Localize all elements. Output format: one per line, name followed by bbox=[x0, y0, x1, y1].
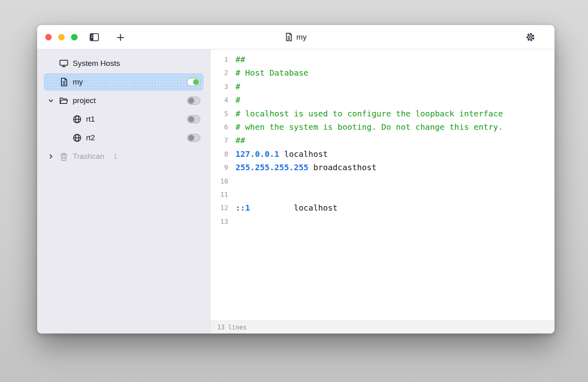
toggle-sidebar-button[interactable] bbox=[88, 32, 101, 43]
line-text[interactable]: 255.255.255.255 broadcasthost bbox=[235, 161, 376, 174]
token-comment: # when the system is booting. Do not cha… bbox=[235, 122, 503, 132]
line-count: 13 lines bbox=[217, 324, 246, 331]
settings-button[interactable] bbox=[524, 31, 537, 43]
sidebar: System Hostsmyprojectrt1rt2Trashcan1 bbox=[37, 49, 210, 333]
document-icon bbox=[59, 78, 68, 87]
line-text[interactable]: ## bbox=[235, 134, 245, 147]
editor-line: 4# bbox=[210, 93, 554, 107]
token-ip: 127.0.0.1 bbox=[235, 149, 279, 159]
line-text[interactable]: # bbox=[235, 93, 240, 107]
chevron-down-icon[interactable] bbox=[47, 98, 55, 103]
sidebar-item-system-hosts[interactable]: System Hosts bbox=[44, 55, 204, 72]
traffic-lights bbox=[45, 34, 78, 40]
line-number: 13 bbox=[210, 215, 228, 228]
titlebar[interactable]: + my bbox=[37, 25, 554, 49]
line-number: 5 bbox=[210, 107, 228, 120]
line-text[interactable]: 127.0.0.1 localhost bbox=[235, 148, 328, 161]
monitor-icon bbox=[59, 59, 68, 68]
editor-line: 2# Host Database bbox=[210, 66, 554, 80]
line-number: 12 bbox=[210, 201, 228, 215]
editor-line: 13 bbox=[210, 215, 554, 228]
line-number: 3 bbox=[210, 80, 228, 93]
editor-line: 3# bbox=[210, 80, 554, 93]
editor-line: 6# when the system is booting. Do not ch… bbox=[210, 120, 554, 134]
line-number: 7 bbox=[210, 134, 228, 147]
line-number: 2 bbox=[210, 66, 228, 80]
token-plain: broadcasthost bbox=[309, 163, 377, 172]
line-number: 6 bbox=[210, 120, 228, 134]
sidebar-panel-icon bbox=[90, 33, 99, 41]
line-number: 4 bbox=[210, 93, 228, 107]
sidebar-item-label: rt2 bbox=[86, 133, 95, 142]
add-hosts-button[interactable]: + bbox=[114, 30, 127, 44]
token-comment: ## bbox=[235, 135, 245, 145]
trash-icon bbox=[59, 152, 68, 161]
token-plain: localhost bbox=[250, 203, 338, 213]
line-number: 8 bbox=[210, 148, 228, 161]
editor-line: 9255.255.255.255 broadcasthost bbox=[210, 161, 554, 174]
chevron-right-icon[interactable] bbox=[47, 154, 55, 159]
sidebar-item-my[interactable]: my bbox=[44, 73, 204, 91]
token-plain: localhost bbox=[279, 149, 328, 159]
editor-line: 10 bbox=[210, 175, 554, 188]
line-text[interactable]: ::1 localhost bbox=[235, 201, 338, 215]
sidebar-item-label: my bbox=[73, 78, 83, 87]
toggle-switch-project[interactable] bbox=[187, 97, 200, 105]
toggle-knob bbox=[188, 116, 194, 122]
line-text[interactable]: # Host Database bbox=[235, 66, 309, 80]
sidebar-item-label: rt1 bbox=[86, 115, 95, 124]
sidebar-item-label: System Hosts bbox=[73, 59, 120, 68]
sidebar-item-trashcan[interactable]: Trashcan1 bbox=[44, 148, 204, 165]
toggle-switch-rt2[interactable] bbox=[187, 134, 200, 142]
editor-line: 11 bbox=[210, 188, 554, 201]
window-title: my bbox=[285, 33, 307, 42]
editor-line: 8127.0.0.1 localhost bbox=[210, 148, 554, 161]
close-button[interactable] bbox=[45, 34, 52, 40]
sidebar-item-project[interactable]: project bbox=[44, 92, 204, 110]
minimize-button[interactable] bbox=[58, 34, 65, 40]
token-comment: # Host Database bbox=[235, 68, 309, 78]
toggle-switch-rt1[interactable] bbox=[187, 115, 200, 123]
sidebar-item-rt1[interactable]: rt1 bbox=[44, 110, 204, 128]
item-count-badge: 1 bbox=[113, 152, 118, 161]
editor-line: 7## bbox=[210, 134, 554, 147]
app-window: + my bbox=[37, 25, 554, 333]
zoom-button[interactable] bbox=[71, 34, 78, 40]
sidebar-item-label: project bbox=[73, 96, 96, 105]
token-comment: # localhost is used to configure the loo… bbox=[235, 109, 503, 118]
document-icon bbox=[285, 33, 292, 41]
globe-icon bbox=[73, 115, 82, 124]
gear-icon bbox=[526, 32, 535, 42]
line-text[interactable]: # when the system is booting. Do not cha… bbox=[235, 120, 503, 134]
toggle-switch-my[interactable] bbox=[187, 78, 200, 86]
line-number: 9 bbox=[210, 161, 228, 174]
line-number: 10 bbox=[210, 175, 228, 188]
toggle-knob bbox=[188, 98, 194, 104]
editor-line: 1## bbox=[210, 53, 554, 66]
globe-icon bbox=[73, 133, 82, 142]
folder-open-icon bbox=[59, 97, 68, 105]
editor-line: 5# localhost is used to configure the lo… bbox=[210, 107, 554, 120]
toggle-knob bbox=[193, 79, 199, 85]
sidebar-item-rt2[interactable]: rt2 bbox=[44, 129, 204, 147]
token-comment: ## bbox=[235, 55, 245, 64]
code-area[interactable]: 1##2# Host Database3#4#5# localhost is u… bbox=[210, 49, 554, 321]
editor-line: 12::1 localhost bbox=[210, 201, 554, 215]
line-number: 1 bbox=[210, 53, 228, 66]
sidebar-list: System Hostsmyprojectrt1rt2Trashcan1 bbox=[37, 55, 210, 165]
token-comment: # bbox=[235, 82, 240, 91]
line-text[interactable]: # localhost is used to configure the loo… bbox=[235, 107, 503, 120]
line-text[interactable]: # bbox=[235, 80, 240, 93]
sidebar-item-label: Trashcan bbox=[73, 152, 105, 161]
line-text[interactable]: ## bbox=[235, 53, 245, 66]
editor-pane: 1##2# Host Database3#4#5# localhost is u… bbox=[210, 49, 554, 333]
status-bar: 13 lines bbox=[210, 321, 554, 333]
toggle-knob bbox=[188, 135, 194, 141]
window-title-text: my bbox=[296, 33, 307, 42]
token-ip: ::1 bbox=[235, 203, 250, 213]
line-number: 11 bbox=[210, 188, 228, 201]
token-ip: 255.255.255.255 bbox=[235, 163, 309, 172]
token-comment: # bbox=[235, 95, 240, 105]
